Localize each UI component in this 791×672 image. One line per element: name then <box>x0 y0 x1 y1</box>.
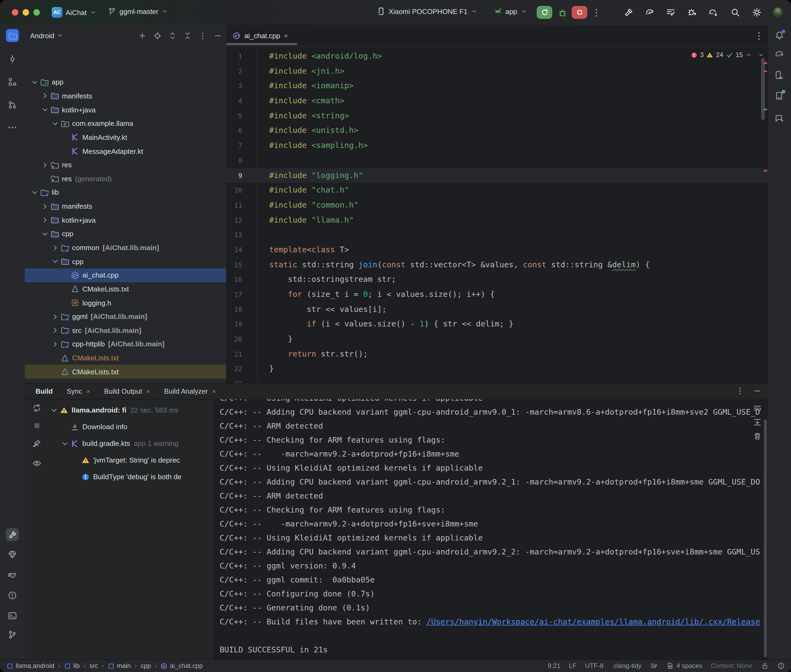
options-menu-icon[interactable] <box>736 387 744 395</box>
tree-item-logging-h[interactable]: Hlogging.h <box>25 296 226 310</box>
tree-item-cmakelists-txt[interactable]: CMakeLists.txt <box>25 282 226 296</box>
chevron-down-icon[interactable] <box>40 106 50 114</box>
close-window-button[interactable] <box>12 9 18 16</box>
tree-item-ggml[interactable]: ggml[AiChat.lib.main] <box>25 310 226 323</box>
tree-item-manifests[interactable]: manifests <box>25 200 226 213</box>
code-line-21[interactable]: 21 return str.str(); <box>226 347 768 362</box>
vcs-branch-widget[interactable]: ggml-master <box>107 7 168 16</box>
tree-item-kotlin-java[interactable]: kotlin+java <box>25 103 226 117</box>
tree-item-mainactivity-kt[interactable]: MainActivity.kt <box>25 130 226 144</box>
editor-tab-options[interactable] <box>754 31 764 41</box>
minimize-window-button[interactable] <box>22 9 29 16</box>
info-stripe-mark[interactable] <box>764 109 767 110</box>
chevron-right-icon[interactable] <box>40 202 50 211</box>
vertical-scrollbar[interactable] <box>761 58 765 120</box>
console-scrollbar[interactable] <box>764 419 767 657</box>
indent-widget[interactable]: 4 spaces <box>666 662 703 670</box>
chevron-right-icon[interactable] <box>51 340 60 349</box>
device-selector[interactable]: Xiaomi POCOPHONE F1 <box>377 7 477 16</box>
options-menu-icon[interactable] <box>199 32 207 40</box>
tree-item-app[interactable]: app <box>25 75 226 89</box>
zoom-window-button[interactable] <box>34 9 40 16</box>
build-console[interactable]: C/C++: -- Using KleidiAI optimized kerne… <box>214 399 768 661</box>
sidebar-item-version-control[interactable] <box>8 630 17 640</box>
close-tab-icon[interactable]: × <box>284 32 288 40</box>
apply-changes-button[interactable]: A <box>645 8 655 17</box>
avatar[interactable] <box>773 8 783 17</box>
tree-item-res[interactable]: res(generated) <box>25 379 226 383</box>
sidebar-item-problems[interactable] <box>8 590 17 600</box>
add-icon[interactable] <box>138 32 146 40</box>
code-line-8[interactable]: 8 <box>226 153 768 168</box>
tree-item-com-example-llama[interactable]: com.example.llama <box>25 117 226 130</box>
chevron-right-icon[interactable] <box>40 92 50 100</box>
code-line-3[interactable]: 3#include <iomanip> <box>226 79 768 94</box>
chevron-right-icon[interactable] <box>40 216 50 224</box>
build-tree-item-jvmtarget-string-is-deprec[interactable]: 'jvmTarget: String' is deprec <box>48 452 213 469</box>
breadcrumb-item-llama-android[interactable]: llama.android <box>6 662 55 670</box>
sidebar-item-gemini[interactable] <box>775 114 784 123</box>
code-line-17[interactable]: 17 for (size_t i = 0; i < values.size();… <box>226 287 768 302</box>
sidebar-item-gradle[interactable] <box>775 49 784 59</box>
tree-item-kotlin-java[interactable]: kotlin+java <box>25 213 226 227</box>
project-widget[interactable]: AC AiChat <box>52 7 96 18</box>
chevron-down-icon[interactable] <box>50 406 59 414</box>
tree-item-res[interactable]: res(generated) <box>25 172 226 186</box>
code-line-15[interactable]: 15static std::string join(const std::vec… <box>226 258 768 272</box>
formatter-icon[interactable] <box>650 662 658 670</box>
collapse-all-icon[interactable] <box>184 32 192 40</box>
chevron-right-icon[interactable] <box>51 312 60 321</box>
breadcrumb-item-lib[interactable]: lib <box>64 662 80 670</box>
tree-item-common[interactable]: common[AiChat.lib.main] <box>25 241 226 254</box>
sidebar-item-device-manager[interactable] <box>775 70 784 80</box>
settings-button[interactable] <box>752 8 762 17</box>
chevron-down-icon[interactable] <box>30 78 39 86</box>
tree-item-cpp[interactable]: cpp <box>25 254 226 268</box>
tree-item-cmakelists-txt[interactable]: CMakeLists.txt <box>25 351 226 365</box>
tab-build-output[interactable]: Build Output× <box>104 387 150 395</box>
close-icon[interactable]: × <box>212 387 216 395</box>
code-line-22[interactable]: 22} <box>226 362 768 376</box>
clear-all-icon[interactable] <box>753 432 762 440</box>
code-line-5[interactable]: 5#include <string> <box>226 109 768 123</box>
horizontal-scrollbar[interactable] <box>226 43 297 45</box>
sidebar-item-notifications[interactable] <box>775 30 784 40</box>
sidebar-item-more-tools[interactable] <box>8 123 17 132</box>
code-editor[interactable]: 1#include <android/log.h>2#include <jni.… <box>226 47 768 383</box>
breadcrumb-item-cpp[interactable]: cpp <box>141 662 151 670</box>
chevron-right-icon[interactable] <box>51 326 60 335</box>
code-line-23[interactable]: 23 <box>226 376 768 383</box>
sidebar-item-commit[interactable] <box>8 54 17 64</box>
chevron-down-icon[interactable] <box>40 230 50 238</box>
build-tree-item-build-gradle-kts[interactable]: build.gradle.ktsapp 1 warning <box>48 435 213 452</box>
sidebar-item-structure[interactable] <box>8 77 17 86</box>
tree-item-res[interactable]: res <box>25 158 226 172</box>
show-passed-button[interactable] <box>32 459 42 469</box>
file-encoding[interactable]: UTF-8 <box>585 662 603 670</box>
tree-item-messageadapter-kt[interactable]: MessageAdapter.kt <box>25 144 226 158</box>
breadcrumb-item-main[interactable]: main <box>107 662 131 670</box>
build-tree-item-llama-android-fi[interactable]: llama.android: fi22 sec, 583 ms <box>48 402 213 418</box>
code-line-20[interactable]: 20 } <box>226 332 768 347</box>
expand-all-icon[interactable] <box>168 32 176 40</box>
chevron-down-icon[interactable] <box>51 119 60 128</box>
sidebar-item-build[interactable] <box>6 528 19 541</box>
line-separator[interactable]: LF <box>569 662 576 670</box>
sidebar-item-project[interactable] <box>6 29 19 42</box>
hide-panel-icon[interactable] <box>753 387 762 395</box>
tree-item-cpp[interactable]: cpp <box>25 227 226 241</box>
previous-problem-icon[interactable] <box>746 52 752 58</box>
apply-code-changes-button[interactable] <box>666 8 675 17</box>
breadcrumb-item-src[interactable]: src <box>89 662 98 670</box>
code-line-16[interactable]: 16 std::ostringstream str; <box>226 272 768 287</box>
code-line-6[interactable]: 6#include <unistd.h> <box>226 123 768 138</box>
gradle-sync-button[interactable] <box>708 8 718 17</box>
rerun-sync-button[interactable] <box>32 403 42 413</box>
error-stripe-mark[interactable] <box>764 70 767 72</box>
build-project-button[interactable] <box>624 8 634 17</box>
scroll-to-end-icon[interactable] <box>753 418 762 427</box>
tree-item-lib[interactable]: lib <box>25 186 226 199</box>
code-line-10[interactable]: 10#include "chat.h" <box>226 183 768 198</box>
code-line-4[interactable]: 4#include <cmath> <box>226 94 768 108</box>
code-line-18[interactable]: 18 str << values[i]; <box>226 302 768 317</box>
